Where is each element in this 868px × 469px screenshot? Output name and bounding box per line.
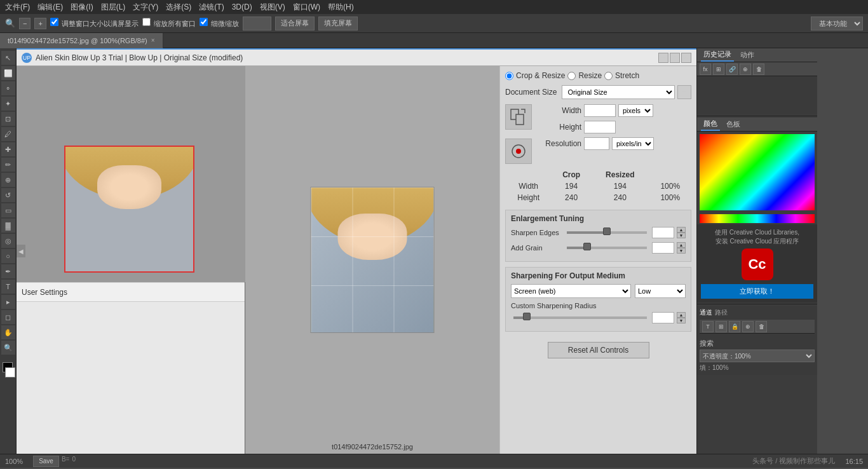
eyedropper-tool[interactable]: 🖊 [1,127,15,141]
maximize-button[interactable]: □ [670,53,680,63]
menu-view[interactable]: 视图(V) [260,2,285,13]
document-tab[interactable]: t014f9024472de15752.jpg @ 100%(RGB/8#) × [0,33,163,48]
layer-icon-4[interactable]: ⊕ [742,321,754,332]
workspace-select[interactable]: 基本功能 [811,17,863,31]
history-icon-2[interactable]: ⊞ [713,64,724,75]
menu-layer[interactable]: 图层(L) [101,2,126,13]
custom-sharpening-thumb[interactable] [523,313,531,320]
scrubby-zoom-checkbox[interactable] [200,18,208,26]
stretch-tab[interactable]: Stretch [604,71,639,80]
layer-icon-2[interactable]: ⊞ [715,321,727,332]
move-tool[interactable]: ↖ [1,51,15,65]
sharpen-edges-value[interactable]: 50 [652,227,674,238]
fill-screen-button[interactable]: 填充屏幕 [318,17,358,31]
menu-window[interactable]: 窗口(W) [293,2,320,13]
sharpen-up-button[interactable]: ▲ [677,227,686,233]
menu-image[interactable]: 图像(I) [71,2,93,13]
grain-up-button[interactable]: ▲ [677,242,686,248]
zoom-input[interactable]: 100% [243,17,271,31]
menu-edit[interactable]: 编辑(E) [37,2,63,13]
quality-select[interactable]: Low [635,284,686,298]
history-icon-5[interactable]: 🗑 [753,64,764,75]
dimension-section: Width 194 pixels Height 240 Resolution [505,104,691,164]
resolution-unit-select[interactable]: pixels/in [612,137,654,150]
menu-3d[interactable]: 3D(D) [232,3,252,11]
blur-tool[interactable]: ◎ [1,234,15,248]
history-icon-4[interactable]: ⊕ [740,64,751,75]
layer-icon-5[interactable]: 🗑 [756,321,767,332]
panel-collapse-handle[interactable]: ◀ [17,245,25,257]
background-color-swatch[interactable] [5,367,15,377]
gradient-tool[interactable]: ▓ [1,219,15,233]
zoom-out-icon[interactable]: − [19,18,31,29]
doc-size-select[interactable]: Original Size [562,85,675,99]
doc-size-menu-button[interactable]: ≡ [677,85,691,99]
history-content [697,76,817,114]
add-grain-thumb[interactable] [583,243,591,250]
sharpen-edges-thumb[interactable] [603,228,611,235]
rect-select-tool[interactable]: ⬜ [1,66,15,80]
paths-tab[interactable]: 路径 [715,308,728,317]
lasso-tool[interactable]: ⚬ [1,81,15,95]
width-input[interactable]: 194 [584,104,616,117]
search-type-select[interactable]: 不透明度：100% [700,350,815,362]
cs-down-button[interactable]: ▼ [677,318,686,323]
path-select-tool[interactable]: ▸ [1,295,15,309]
menu-select[interactable]: 选择(S) [166,2,191,13]
crop-resize-tab[interactable]: Crop & Resize [505,71,565,80]
save-button[interactable]: Save [33,456,59,467]
resize-radio[interactable] [567,72,576,80]
sharpen-down-button[interactable]: ▼ [677,233,686,238]
brush-tool[interactable]: ✏ [1,158,15,172]
height-input[interactable]: 240 [584,121,616,133]
minimize-button[interactable]: − [658,53,668,63]
close-button[interactable]: × [681,53,691,63]
spot-heal-tool[interactable]: ✚ [1,142,15,156]
history-tab[interactable]: 历史记录 [701,48,734,62]
crop-tool[interactable]: ⊡ [1,112,15,126]
fill-label: 填：100% [700,364,815,372]
reset-all-button[interactable]: Reset All Controls [548,342,649,358]
height-row-label: Height [505,192,552,203]
magic-wand-tool[interactable]: ✦ [1,97,15,111]
menu-file[interactable]: 文件(F) [5,2,30,13]
cc-install-button[interactable]: 立即获取！ [701,284,813,299]
pen-tool[interactable]: ✒ [1,264,15,278]
add-grain-value[interactable]: 25 [652,242,674,254]
color-tab[interactable]: 颜色 [701,118,720,131]
width-unit-select[interactable]: pixels [618,104,653,117]
menu-filter[interactable]: 滤镜(T) [199,2,224,13]
resize-window-checkbox[interactable] [50,18,58,26]
type-tool[interactable]: T [1,280,15,294]
zoom-tool[interactable]: 🔍 [1,341,15,355]
resolution-input[interactable]: 300 [584,137,609,150]
color-spectrum[interactable] [700,134,815,210]
menu-text[interactable]: 文字(Y) [133,2,158,13]
dodge-tool[interactable]: ○ [1,249,15,263]
history-brush-tool[interactable]: ↺ [1,188,15,202]
zoom-in-icon[interactable]: + [34,18,46,29]
crop-resize-radio[interactable] [505,72,513,80]
clone-tool[interactable]: ⊕ [1,173,15,187]
shape-tool[interactable]: ◻ [1,310,15,324]
custom-sharpening-value[interactable]: 0.85 [652,312,674,323]
resize-tab[interactable]: Resize [567,71,602,80]
color-bar[interactable] [700,214,815,223]
palette-tab[interactable]: 色板 [724,118,743,130]
output-medium-select[interactable]: Screen (web) [511,284,631,298]
fit-screen-button[interactable]: 适合屏幕 [275,17,315,31]
history-icon-3[interactable]: 🔗 [726,64,738,75]
grain-down-button[interactable]: ▼ [677,248,686,254]
menu-help[interactable]: 帮助(H) [328,2,354,13]
layer-icon-1[interactable]: T [702,321,714,332]
actions-tab[interactable]: 动作 [738,49,757,61]
eraser-tool[interactable]: ▭ [1,203,15,217]
tab-close-button[interactable]: × [151,37,155,44]
history-icon-1[interactable]: fx [700,64,711,75]
cs-up-button[interactable]: ▲ [677,312,686,318]
layer-icon-3[interactable]: 🔒 [729,321,740,332]
hand-tool[interactable]: ✋ [1,325,15,339]
zoom-all-checkbox[interactable] [142,18,151,26]
layers-tab[interactable]: 通道 [700,308,712,317]
stretch-radio[interactable] [604,72,613,80]
